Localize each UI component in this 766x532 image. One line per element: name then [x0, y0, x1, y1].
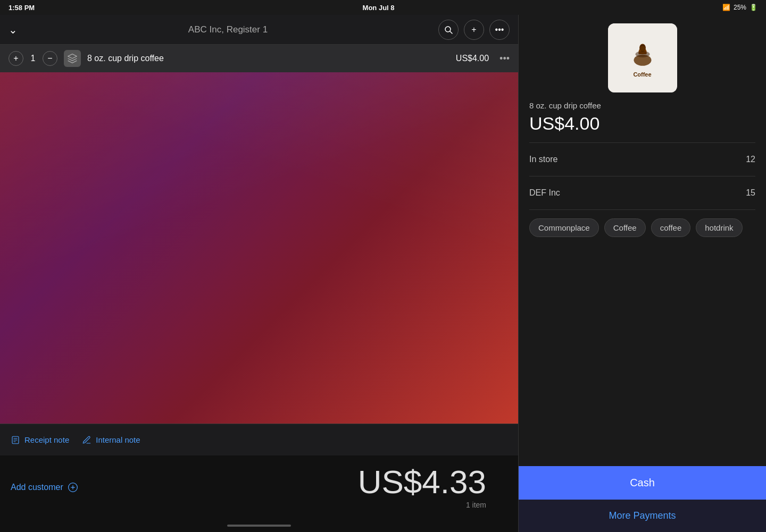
stock-divider: [529, 176, 755, 176]
status-indicators: 📶 25% 🔋: [722, 4, 757, 11]
add-button[interactable]: +: [464, 20, 484, 40]
battery-text: 25%: [734, 4, 746, 11]
total-amount: US$4.33: [117, 466, 486, 499]
home-indicator: [0, 519, 518, 532]
qty-decrease-button[interactable]: −: [43, 51, 57, 66]
stock-label: In store: [529, 155, 557, 164]
product-tag[interactable]: Commonplace: [529, 218, 599, 237]
more-payments-button[interactable]: More Payments: [519, 500, 766, 532]
cart-item-more-button[interactable]: •••: [499, 53, 510, 64]
svg-point-11: [635, 51, 650, 57]
main-layout: ⌄ ABC Inc, Register 1 + •••: [0, 15, 766, 532]
divider-2: [529, 209, 755, 210]
quantity-controls: + 1 −: [9, 51, 57, 66]
more-menu-button[interactable]: •••: [489, 20, 510, 40]
battery-icon: 🔋: [750, 4, 757, 11]
search-button[interactable]: [438, 20, 459, 40]
top-bar-actions: + •••: [438, 20, 510, 40]
top-bar: ⌄ ABC Inc, Register 1 + •••: [0, 15, 518, 45]
stock-value: 15: [746, 188, 755, 198]
item-icon: [64, 50, 81, 67]
qty-increase-button[interactable]: +: [9, 51, 23, 66]
qty-value: 1: [28, 54, 38, 63]
bottom-bar: Receipt note Internal note: [0, 424, 518, 455]
stock-row: In store12: [529, 149, 755, 170]
svg-line-1: [450, 31, 452, 33]
product-display-area: [0, 72, 518, 424]
product-tag[interactable]: Coffee: [604, 218, 646, 237]
total-display: US$4.33 1 item: [117, 466, 507, 509]
register-title: ABC Inc, Register 1: [24, 24, 432, 35]
wifi-icon: 📶: [722, 4, 730, 11]
plus-icon: +: [471, 25, 476, 35]
checkout-bar: Add customer US$4.33 1 item: [0, 455, 518, 519]
cash-button[interactable]: Cash: [519, 466, 766, 500]
left-panel: ⌄ ABC Inc, Register 1 + •••: [0, 15, 519, 532]
thumbnail-label: Coffee: [633, 71, 651, 78]
payment-section: Cash More Payments: [519, 466, 766, 532]
product-detail: Coffee 8 oz. cup drip coffee US$4.00 In …: [519, 15, 766, 466]
status-time: 1:58 PM: [9, 4, 35, 12]
product-tag[interactable]: hotdrink: [696, 218, 742, 237]
product-thumbnail: Coffee: [608, 23, 677, 92]
home-bar: [227, 525, 291, 527]
product-detail-name: 8 oz. cup drip coffee: [529, 101, 755, 110]
stock-value: 12: [746, 155, 755, 164]
ellipsis-icon: •••: [495, 25, 504, 35]
internal-note-button[interactable]: Internal note: [82, 435, 140, 445]
right-panel: Coffee 8 oz. cup drip coffee US$4.00 In …: [519, 15, 766, 532]
cart-item-bar: + 1 − 8 oz. cup drip coffee US$4.00 •••: [0, 45, 518, 72]
status-day: Mon Jul 8: [363, 4, 395, 12]
cart-item-name: 8 oz. cup drip coffee: [87, 54, 449, 63]
stock-rows: In store12DEF Inc15: [529, 149, 755, 203]
receipt-note-label: Receipt note: [24, 435, 69, 444]
product-detail-price: US$4.00: [529, 113, 755, 134]
status-bar: 1:58 PM Mon Jul 8 📶 25% 🔋: [0, 0, 766, 15]
divider-1: [529, 142, 755, 143]
cart-item-price: US$4.00: [456, 54, 489, 63]
tags-section: CommonplaceCoffeecoffeehotdrink: [529, 218, 755, 237]
total-items: 1 item: [117, 501, 486, 509]
add-customer-button[interactable]: Add customer: [11, 482, 117, 493]
stock-row: DEF Inc15: [529, 183, 755, 203]
internal-note-label: Internal note: [96, 435, 140, 444]
receipt-note-button[interactable]: Receipt note: [11, 435, 69, 445]
chevron-down-icon[interactable]: ⌄: [9, 23, 18, 36]
add-customer-label: Add customer: [11, 483, 63, 492]
product-tag[interactable]: coffee: [651, 218, 691, 237]
stock-label: DEF Inc: [529, 188, 560, 198]
